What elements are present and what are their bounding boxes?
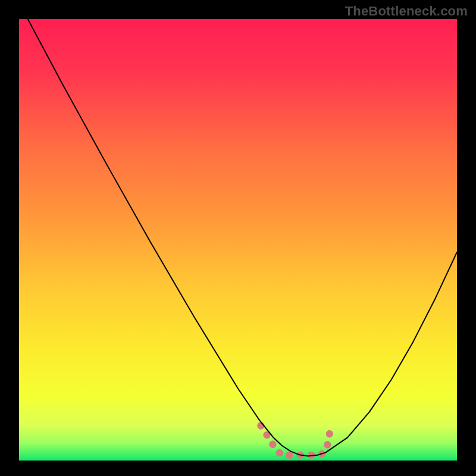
gradient-background bbox=[19, 19, 457, 461]
chart-svg bbox=[0, 0, 476, 476]
chart-stage: TheBottleneck.com bbox=[0, 0, 476, 476]
watermark-text: TheBottleneck.com bbox=[345, 4, 468, 19]
